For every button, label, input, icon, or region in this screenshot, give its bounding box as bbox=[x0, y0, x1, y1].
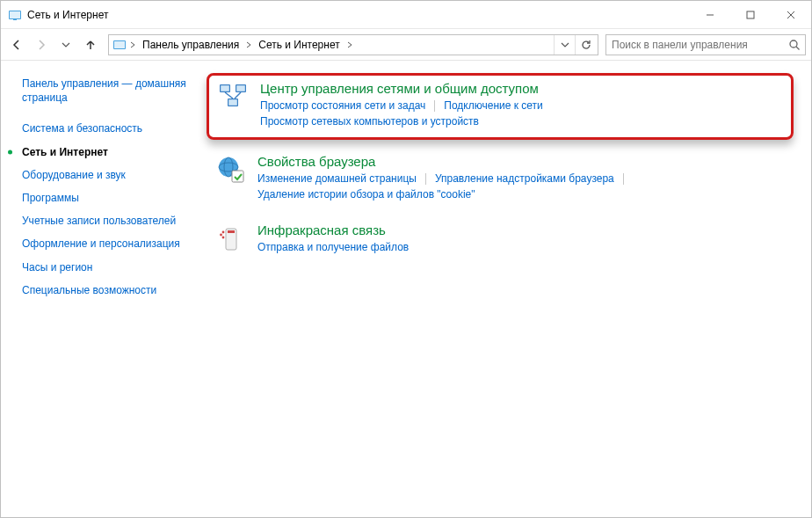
svg-rect-8 bbox=[114, 41, 125, 48]
svg-line-17 bbox=[225, 92, 233, 98]
control-panel-icon bbox=[8, 8, 22, 22]
close-button[interactable] bbox=[771, 1, 811, 29]
network-sharing-icon bbox=[218, 81, 250, 113]
titlebar: Сеть и Интернет bbox=[1, 1, 811, 29]
task-link[interactable]: Просмотр состояния сети и задач bbox=[260, 98, 425, 113]
control-panel-icon bbox=[112, 38, 127, 52]
divider bbox=[425, 173, 426, 185]
sidebar-item-programs[interactable]: Программы bbox=[22, 186, 194, 209]
back-button[interactable] bbox=[6, 34, 27, 55]
category-title[interactable]: Инфракрасная связь bbox=[257, 223, 785, 237]
svg-rect-2 bbox=[13, 19, 17, 20]
svg-rect-12 bbox=[221, 85, 229, 91]
search-box[interactable] bbox=[605, 34, 806, 55]
up-button[interactable] bbox=[80, 34, 101, 55]
task-link[interactable]: Изменение домашней страницы bbox=[257, 171, 417, 186]
svg-rect-1 bbox=[10, 11, 20, 18]
category-title[interactable]: Центр управления сетями и общим доступом bbox=[260, 81, 782, 96]
sidebar-item-network-internet[interactable]: Сеть и Интернет bbox=[22, 141, 194, 164]
svg-line-18 bbox=[235, 92, 241, 98]
svg-rect-14 bbox=[236, 85, 245, 91]
forward-button[interactable] bbox=[31, 34, 52, 55]
infrared-icon bbox=[215, 223, 247, 254]
internet-options-icon bbox=[215, 154, 247, 186]
category-network-sharing-center: Центр управления сетями и общим доступом… bbox=[207, 73, 794, 140]
svg-rect-4 bbox=[747, 11, 754, 18]
chevron-right-icon[interactable] bbox=[344, 41, 356, 48]
breadcrumb[interactable]: Панель управления Сеть и Интернет bbox=[108, 34, 598, 55]
refresh-button[interactable] bbox=[575, 35, 596, 55]
sidebar: Панель управления — домашняя страница Си… bbox=[1, 61, 194, 517]
breadcrumb-segment[interactable]: Сеть и Интернет bbox=[255, 39, 343, 51]
sidebar-item-system-security[interactable]: Система и безопасность bbox=[22, 117, 194, 140]
task-link[interactable]: Просмотр сетевых компьютеров и устройств bbox=[260, 114, 479, 128]
recent-locations-button[interactable] bbox=[55, 34, 76, 55]
search-icon[interactable] bbox=[787, 39, 801, 51]
svg-rect-24 bbox=[228, 230, 235, 233]
sidebar-category-list: Система и безопасность Сеть и Интернет О… bbox=[22, 117, 194, 302]
sidebar-item-user-accounts[interactable]: Учетные записи пользователей bbox=[22, 209, 194, 232]
window-title: Сеть и Интернет bbox=[27, 9, 108, 21]
task-link[interactable]: Управление надстройками браузера bbox=[435, 171, 614, 186]
maximize-button[interactable] bbox=[730, 1, 771, 29]
sidebar-item-appearance[interactable]: Оформление и персонализация bbox=[22, 232, 194, 255]
category-internet-options: Свойства браузера Изменение домашней стр… bbox=[207, 147, 794, 208]
svg-rect-16 bbox=[228, 99, 237, 106]
window: Сеть и Интернет bbox=[0, 0, 812, 518]
minimize-button[interactable] bbox=[690, 1, 730, 29]
svg-rect-22 bbox=[232, 171, 243, 182]
svg-point-26 bbox=[220, 234, 222, 237]
category-infrared: Инфракрасная связь Отправка и получение … bbox=[207, 215, 794, 261]
sidebar-item-clock-region[interactable]: Часы и регион bbox=[22, 256, 194, 279]
divider bbox=[623, 173, 624, 185]
sidebar-item-hardware-sound[interactable]: Оборудование и звук bbox=[22, 164, 194, 186]
main-content: Центр управления сетями и общим доступом… bbox=[194, 61, 811, 517]
chevron-right-icon[interactable] bbox=[127, 41, 139, 48]
navbar: Панель управления Сеть и Интернет bbox=[1, 29, 811, 61]
task-link[interactable]: Отправка и получение файлов bbox=[257, 240, 409, 254]
breadcrumb-path: Панель управления Сеть и Интернет bbox=[111, 38, 554, 52]
svg-point-25 bbox=[222, 231, 225, 234]
svg-point-9 bbox=[790, 40, 797, 47]
search-input[interactable] bbox=[610, 38, 787, 52]
svg-line-10 bbox=[796, 47, 800, 50]
content-area: Панель управления — домашняя страница Си… bbox=[1, 61, 811, 517]
breadcrumb-dropdown-button[interactable] bbox=[554, 35, 575, 55]
divider bbox=[434, 100, 435, 112]
task-link[interactable]: Подключение к сети bbox=[444, 98, 542, 113]
sidebar-home-link[interactable]: Панель управления — домашняя страница bbox=[22, 77, 194, 105]
sidebar-item-ease-of-access[interactable]: Специальные возможности bbox=[22, 279, 194, 302]
chevron-right-icon[interactable] bbox=[243, 41, 255, 48]
category-title[interactable]: Свойства браузера bbox=[257, 154, 785, 169]
svg-point-27 bbox=[222, 237, 225, 239]
breadcrumb-segment[interactable]: Панель управления bbox=[139, 39, 243, 51]
task-link[interactable]: Удаление истории обзора и файлов "cookie… bbox=[257, 187, 475, 201]
